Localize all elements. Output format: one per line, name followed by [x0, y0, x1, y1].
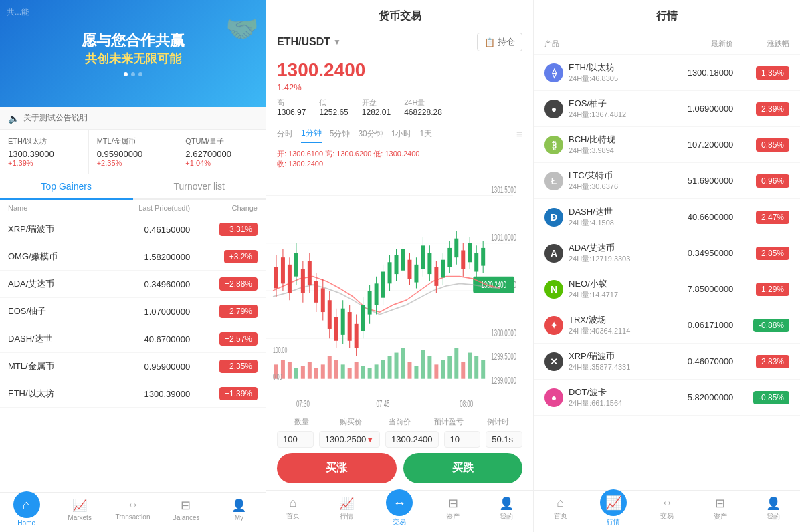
change-badge: +2.88% [219, 277, 258, 291]
order-buttons: 买涨 买跌 [277, 453, 522, 483]
nav-item-交易[interactable]: ↔交易 [373, 491, 427, 532]
nav-icon: 👤 [499, 496, 514, 511]
nav-item-my[interactable]: 👤My [213, 493, 266, 532]
nav-item-markets[interactable]: 📈Markets [53, 493, 106, 532]
list-item[interactable]: ADA/艾达币 0.34960000 +2.88% [0, 271, 266, 298]
market-row[interactable]: ⟠ ETH/以太坊 24H量:46.8305 1300.18000 1.35% [534, 55, 800, 91]
coin-price: 0.95900000 [89, 362, 190, 372]
time-tab-分时[interactable]: 分时 [277, 126, 293, 142]
col-price-header: Last Price(usdt) [89, 204, 190, 212]
coin-name: OMG/嫩模币 [8, 251, 89, 263]
pnl-value: 10 [450, 434, 475, 444]
list-item[interactable]: MTL/金属币 0.95900000 +2.35% [0, 353, 266, 380]
nav-icon: ↔ [127, 498, 139, 512]
nav-icon: ⊟ [715, 496, 725, 511]
ticker-change: +1.39% [8, 159, 80, 167]
nav-item-transaction[interactable]: ↔Transaction [106, 493, 159, 532]
market-price: 5.82000000 [649, 392, 733, 402]
market-row[interactable]: A ADA/艾达币 24H量:12719.3303 0.34950000 2.8… [534, 235, 800, 271]
qty-value: 100 [283, 434, 308, 444]
ticker-item[interactable]: ETH/以太坊 1300.39000 +1.39% [0, 130, 89, 174]
right-bottom-nav: ⌂首页📈行情↔交易⊟资产👤我的 [534, 490, 800, 532]
nav-item-我的[interactable]: 👤我的 [480, 491, 533, 532]
pair-name[interactable]: ETH/USDT ▼ [277, 36, 341, 48]
nav-icon: ↔ [661, 496, 673, 510]
market-row[interactable]: ₿ BCH/比特现 24H量:3.9894 107.200000 0.85% [534, 127, 800, 163]
speaker-icon: 🔈 [8, 113, 19, 124]
market-row[interactable]: ● EOS/柚子 24H量:1367.4812 1.06900000 2.39% [534, 91, 800, 127]
market-row[interactable]: ✕ XRP/瑞波币 24H量:35877.4331 0.46070000 2.8… [534, 344, 800, 380]
order-label: 数量 [277, 417, 326, 427]
svg-rect-47 [388, 262, 392, 283]
market-col-product: 产品 [544, 39, 649, 49]
time-tab-1小时[interactable]: 1小时 [391, 126, 412, 142]
market-row[interactable]: ● DOT/波卡 24H量:661.1564 5.82000000 -0.85% [534, 380, 800, 416]
nav-item-行情[interactable]: 📈行情 [320, 491, 373, 532]
svg-text:1300.2400: 1300.2400 [481, 280, 506, 290]
nav-item-资产[interactable]: ⊟资产 [694, 491, 747, 532]
coin-details: ETH/以太坊 24H量:46.8305 [569, 61, 618, 84]
market-price: 40.6600000 [649, 212, 733, 222]
svg-rect-69 [461, 250, 465, 269]
svg-rect-33 [341, 309, 345, 335]
ticker-price: 1300.39000 [8, 149, 80, 159]
mid-header: 货币交易 [266, 0, 533, 27]
market-row[interactable]: N NEO/小蚁 24H量:14.4717 7.85000000 1.29% [534, 271, 800, 307]
nav-item-首页[interactable]: ⌂首页 [534, 491, 587, 532]
market-price: 0.34950000 [649, 248, 733, 258]
list-item[interactable]: XRP/瑞波币 0.46150000 +3.31% [0, 216, 266, 243]
stat-label: 高 [277, 98, 306, 108]
nav-item-行情[interactable]: 📈行情 [587, 491, 641, 532]
tab-top-gainers[interactable]: Top Gainers [0, 174, 133, 200]
countdown-input-group: 50.1s [486, 431, 522, 448]
buy-rise-btn[interactable]: 买涨 [277, 453, 397, 483]
svg-rect-79 [294, 368, 298, 379]
coin-details: BCH/比特现 24H量:3.9894 [569, 134, 615, 156]
market-row[interactable]: ✦ TRX/波场 24H量:40364.2114 0.06171000 -0.8… [534, 307, 800, 344]
chart-type-icon[interactable]: ≡ [516, 128, 522, 140]
list-item[interactable]: DASH/达世 40.6700000 +2.57% [0, 325, 266, 353]
tab-turnover-list[interactable]: Turnover list [133, 174, 266, 198]
right-title: 行情 [534, 0, 800, 33]
ticker-item[interactable]: QTUM/量子 2.62700000 +1.04% [177, 130, 266, 174]
coin-change: +2.79% [190, 305, 258, 318]
candlestick-chart: 1301.5000 1301.0000 1300.5000 1300.0000 … [266, 172, 533, 410]
list-item[interactable]: ETH/以太坊 1300.39000 +1.39% [0, 380, 266, 408]
coin-volume: 24H量:14.4717 [569, 290, 618, 300]
svg-rect-81 [308, 362, 312, 379]
svg-rect-102 [447, 356, 452, 379]
list-item[interactable]: EOS/柚子 1.07000000 +2.79% [0, 298, 266, 325]
order-label: 倒计时 [474, 417, 522, 427]
nav-label: Balances [172, 514, 199, 521]
svg-text:1299.0000: 1299.0000 [491, 376, 516, 386]
nav-item-我的[interactable]: 👤我的 [746, 491, 800, 532]
market-row[interactable]: Ł LTC/莱特币 24H量:30.6376 51.6900000 0.96% [534, 163, 800, 199]
market-row[interactable]: Đ DASH/达世 24H量:4.1508 40.6600000 2.47% [534, 199, 800, 235]
order-form: 数量购买价当前价预计盈亏倒计时 100 1300.2500 ▼ 1300.240… [266, 410, 533, 490]
coin-details: DOT/波卡 24H量:661.1564 [569, 386, 622, 408]
nav-item-home[interactable]: ⌂Home [0, 493, 53, 532]
time-tab-30分钟[interactable]: 30分钟 [358, 126, 383, 142]
svg-rect-75 [481, 248, 485, 266]
nav-item-balances[interactable]: ⊟Balances [159, 493, 212, 532]
mid-panel: 货币交易 ETH/USDT ▼ 📋 持仓 1300.2400 1.42% 高13… [266, 0, 534, 532]
list-item[interactable]: OMG/嫩模币 1.58200000 +3.2% [0, 243, 266, 271]
hold-position-btn[interactable]: 📋 持仓 [477, 33, 522, 51]
ticker-item[interactable]: MTL/金属币 0.95900000 +2.35% [89, 130, 178, 174]
ticker-price: 0.95900000 [97, 149, 169, 159]
time-tab-1分钟[interactable]: 1分钟 [301, 125, 322, 143]
coin-name: ETH/以太坊 [569, 61, 618, 74]
time-tab-1天[interactable]: 1天 [419, 126, 432, 142]
banner-line2: 共创未来无限可能 [82, 51, 185, 67]
svg-rect-87 [348, 368, 352, 379]
time-tab-5分钟[interactable]: 5分钟 [330, 126, 351, 142]
change-badge: +2.57% [219, 332, 258, 346]
nav-item-交易[interactable]: ↔交易 [640, 491, 694, 532]
buy-fall-btn[interactable]: 买跌 [403, 453, 523, 483]
svg-rect-43 [375, 283, 379, 305]
nav-label: My [235, 514, 243, 521]
trade-icon: ↔ [386, 489, 413, 516]
nav-item-首页[interactable]: ⌂首页 [266, 491, 320, 532]
nav-item-资产[interactable]: ⊟资产 [426, 491, 480, 532]
svg-rect-106 [474, 356, 478, 379]
